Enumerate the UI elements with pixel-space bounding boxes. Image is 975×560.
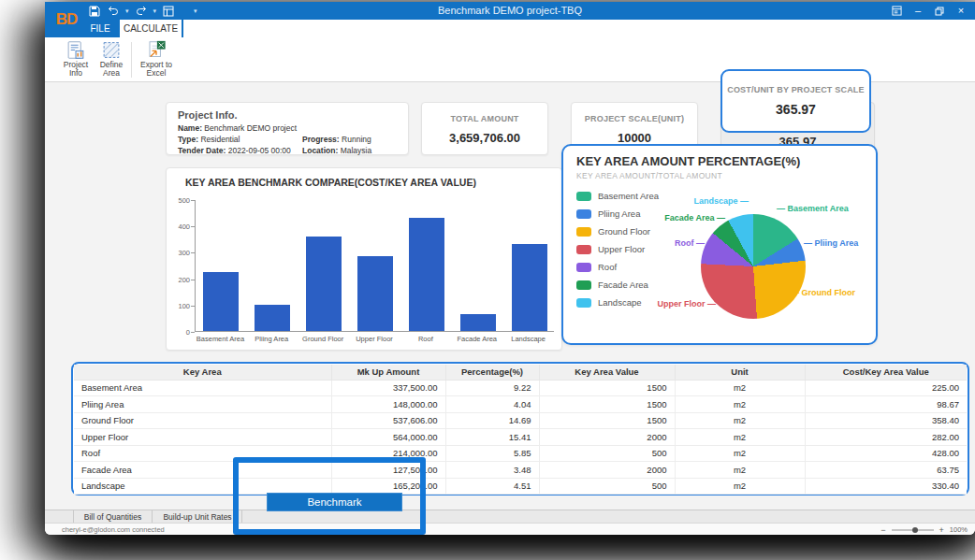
col-key-area-value[interactable]: Key Area Value — [539, 365, 675, 380]
x-category-label: Facade Area — [451, 335, 502, 343]
table-row[interactable]: Upper Floor564,000.0015.412000m2282.00 — [74, 429, 967, 446]
legend-swatch — [576, 245, 591, 254]
undo-icon[interactable] — [107, 6, 120, 17]
legend-item[interactable]: Facade Area — [576, 276, 659, 294]
legend-item[interactable]: Basement Area — [576, 187, 659, 205]
undo-dropdown-caret[interactable]: ▾ — [125, 7, 129, 15]
ribbon-separator — [131, 42, 132, 78]
export-to-excel-icon — [146, 40, 167, 60]
legend-item[interactable]: Upper Floor — [576, 240, 659, 258]
legend-item[interactable]: Ground Floor — [576, 223, 659, 240]
export-to-excel-button[interactable]: Export to Excel — [137, 40, 176, 80]
restore-icon[interactable] — [933, 7, 946, 16]
col-mk-up-amount[interactable]: Mk Up Amount — [331, 365, 445, 380]
dashboard-content: Project Info. Name: Benchmark DEMO proje… — [45, 82, 975, 510]
table-cell: 428.00 — [805, 445, 967, 462]
col-key-area[interactable]: Key Area — [74, 365, 331, 380]
table-cell: 14.69 — [445, 412, 539, 429]
y-tick-label: 500 — [167, 196, 190, 205]
project-tender-date: Tender Date: 2022-09-05 00:00 — [178, 146, 302, 155]
pie-slice-label: — Basement Area — [777, 204, 849, 213]
save-icon[interactable] — [88, 6, 101, 17]
table-cell: 2000 — [539, 429, 675, 446]
pie-chart-subtitle: KEY AREA AMOUNT/TOTAL AMOUNT — [576, 171, 722, 180]
legend-item[interactable]: Landscape — [576, 294, 659, 311]
tab-file[interactable]: FILE — [80, 20, 120, 37]
app-logo-icon: BD — [52, 5, 80, 35]
tab-build-up-unit-rates[interactable]: Build-up Unit Rates — [153, 510, 242, 524]
pie-slice-label: Landscape — — [693, 196, 749, 206]
bar-Basement Area — [203, 272, 239, 331]
pie-slice-label: — Ground Floor — [791, 288, 855, 297]
redo-icon[interactable] — [135, 6, 148, 17]
redo-dropdown-caret[interactable]: ▾ — [153, 7, 157, 15]
ribbon-options-icon[interactable] — [890, 6, 903, 16]
table-row[interactable]: Roof214,000.005.85500m2428.00 — [74, 445, 967, 462]
legend-label: Ground Floor — [598, 226, 650, 237]
y-tick-label: 0 — [167, 328, 190, 337]
table-row[interactable]: Basement Area337,500.009.221500m2225.00 — [74, 380, 967, 396]
project-scale-value: 10000 — [572, 131, 697, 145]
col-cost-key-area-value[interactable]: Cost/Key Area Value — [805, 365, 967, 380]
legend-item[interactable]: Roof — [576, 258, 659, 276]
project-info-icon — [65, 40, 86, 60]
key-area-table-callout: Key Area Mk Up Amount Percentage(%) Key … — [71, 362, 969, 495]
pie-chart — [701, 214, 806, 319]
project-progress: Progress: Running — [302, 135, 397, 144]
legend-swatch — [576, 227, 591, 237]
table-cell: 1500 — [539, 396, 675, 413]
minimize-icon[interactable]: – — [911, 4, 924, 18]
app-window: BD ▾ ▾ ▾ Benchmark DEMO project-TBQ – — [45, 2, 975, 535]
x-category-label: Roof — [400, 335, 451, 343]
y-tick-mark — [191, 252, 195, 253]
x-category-label: Upper Floor — [349, 335, 400, 343]
table-cell: 358.40 — [805, 412, 967, 429]
window-switch-icon[interactable] — [162, 6, 175, 17]
legend-swatch — [576, 192, 591, 201]
zoom-out-icon[interactable]: − — [880, 525, 885, 535]
legend-label: Landscape — [598, 297, 641, 308]
tab-bill-of-quantities[interactable]: Bill of Quantities — [73, 510, 153, 524]
zoom-slider-knob[interactable] — [912, 527, 918, 533]
zoom-level: 100% — [950, 525, 968, 534]
y-tick-mark — [191, 280, 195, 280]
legend-label: Basement Area — [598, 191, 659, 201]
table-cell: 15.41 — [445, 429, 539, 446]
table-row[interactable]: Landscape165,200.004.51500m2330.40 — [74, 478, 967, 495]
tab-calculate[interactable]: CALCULATE — [120, 20, 182, 37]
y-tick-mark — [191, 226, 195, 227]
screenshot-stage: BD ▾ ▾ ▾ Benchmark DEMO project-TBQ – — [0, 0, 975, 560]
col-percentage[interactable]: Percentage(%) — [445, 365, 539, 380]
qat-customize-caret[interactable]: ▾ — [194, 7, 197, 15]
close-icon[interactable]: × — [954, 4, 968, 18]
zoom-in-icon[interactable]: + — [939, 525, 944, 535]
table-cell: Ground Floor — [74, 412, 331, 429]
bottom-tab-bar: Bill of Quantities Build-up Unit Rates — [45, 510, 975, 523]
legend-label: Facade Area — [598, 280, 648, 290]
table-row[interactable]: Ground Floor537,606.0014.691500m2358.40 — [74, 412, 967, 429]
cost-unit-callout-value: 365.97 — [722, 102, 869, 117]
bar-Upper Floor — [357, 256, 393, 331]
zoom-slider[interactable] — [892, 529, 934, 531]
bar-plot — [195, 200, 554, 332]
project-info-title: Project Info. — [178, 109, 397, 121]
table-cell: 225.00 — [805, 380, 967, 396]
table-cell: 2000 — [539, 462, 675, 479]
table-row[interactable]: Facade Area127,500.003.482000m263.75 — [74, 462, 967, 479]
project-info-button[interactable]: Project Info — [58, 40, 94, 80]
table-cell: m2 — [675, 380, 805, 396]
pie-legend: Basement AreaPliing AreaGround FloorUppe… — [576, 187, 659, 311]
benchmark-tab-button[interactable]: Benchmark — [267, 493, 402, 511]
table-cell: 282.00 — [805, 429, 967, 446]
col-unit[interactable]: Unit — [675, 365, 805, 380]
legend-swatch — [576, 298, 591, 308]
define-area-button[interactable]: Define Area — [94, 40, 129, 80]
legend-item[interactable]: Pliing Area — [576, 205, 659, 223]
table-cell: 4.51 — [445, 478, 539, 495]
total-amount-value: 3,659,706.00 — [422, 131, 547, 145]
table-row[interactable]: Pliing Area148,000.004.041500m298.67 — [74, 396, 967, 413]
total-amount-panel: TOTAL AMOUNT 3,659,706.00 — [421, 102, 548, 155]
y-tick-mark — [191, 306, 195, 307]
pie-slice-label: Roof — — [675, 238, 705, 248]
y-tick-mark — [191, 332, 195, 333]
